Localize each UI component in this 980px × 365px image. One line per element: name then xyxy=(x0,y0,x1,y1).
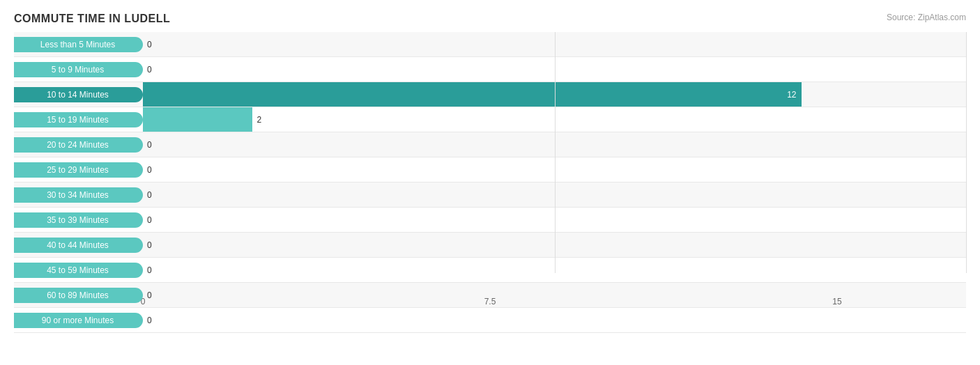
bar-row: 30 to 34 Minutes0 xyxy=(14,182,966,208)
bar-row: 15 to 19 Minutes2 xyxy=(14,107,966,132)
chart-area: Less than 5 Minutes05 to 9 Minutes010 to… xyxy=(14,32,966,315)
bar-label: 90 or more Minutes xyxy=(14,313,143,328)
bar-label: 20 to 24 Minutes xyxy=(14,137,143,153)
bar-value: 0 xyxy=(147,290,152,300)
bar-row: 5 to 9 Minutes0 xyxy=(14,57,966,82)
bar-value: 0 xyxy=(147,165,152,175)
chart-container: COMMUTE TIME IN LUDELL Source: ZipAtlas.… xyxy=(0,0,980,365)
bar-label: Less than 5 Minutes xyxy=(14,37,143,52)
x-axis: 07.515 xyxy=(143,294,966,315)
bar-value: 0 xyxy=(147,65,152,75)
bar-fill xyxy=(143,107,252,132)
bar-row: 20 to 24 Minutes0 xyxy=(14,132,966,157)
source-text: Source: ZipAtlas.com xyxy=(887,13,966,22)
bar-row: 35 to 39 Minutes0 xyxy=(14,208,966,233)
bar-row: 25 to 29 Minutes0 xyxy=(14,157,966,182)
bar-value: 0 xyxy=(147,140,152,150)
x-tick: 15 xyxy=(832,297,841,306)
bar-value: 2 xyxy=(257,115,261,125)
bar-row: Less than 5 Minutes0 xyxy=(14,32,966,57)
bar-row: 10 to 14 Minutes12 xyxy=(14,82,966,107)
bar-label: 25 to 29 Minutes xyxy=(14,162,143,178)
bar-value: 0 xyxy=(147,240,152,250)
bar-value: 0 xyxy=(147,40,152,49)
bar-label: 40 to 44 Minutes xyxy=(14,238,143,253)
bar-value: 0 xyxy=(147,190,152,200)
x-tick: 7.5 xyxy=(484,297,496,306)
bar-label: 10 to 14 Minutes xyxy=(14,87,143,102)
bar-label: 15 to 19 Minutes xyxy=(14,112,143,127)
bar-value: 0 xyxy=(147,265,152,275)
bars-section: Less than 5 Minutes05 to 9 Minutes010 to… xyxy=(14,32,966,294)
bar-value: 12 xyxy=(787,90,796,100)
bar-fill xyxy=(143,82,802,107)
bar-label: 35 to 39 Minutes xyxy=(14,212,143,228)
bar-value: 0 xyxy=(147,215,152,225)
chart-title: COMMUTE TIME IN LUDELL xyxy=(14,13,966,25)
bar-label: 60 to 89 Minutes xyxy=(14,288,143,303)
bar-label: 5 to 9 Minutes xyxy=(14,62,143,77)
bar-value: 0 xyxy=(147,316,152,325)
bar-row: 40 to 44 Minutes0 xyxy=(14,233,966,258)
bar-row: 45 to 59 Minutes0 xyxy=(14,258,966,283)
bar-label: 45 to 59 Minutes xyxy=(14,263,143,278)
bar-label: 30 to 34 Minutes xyxy=(14,187,143,203)
